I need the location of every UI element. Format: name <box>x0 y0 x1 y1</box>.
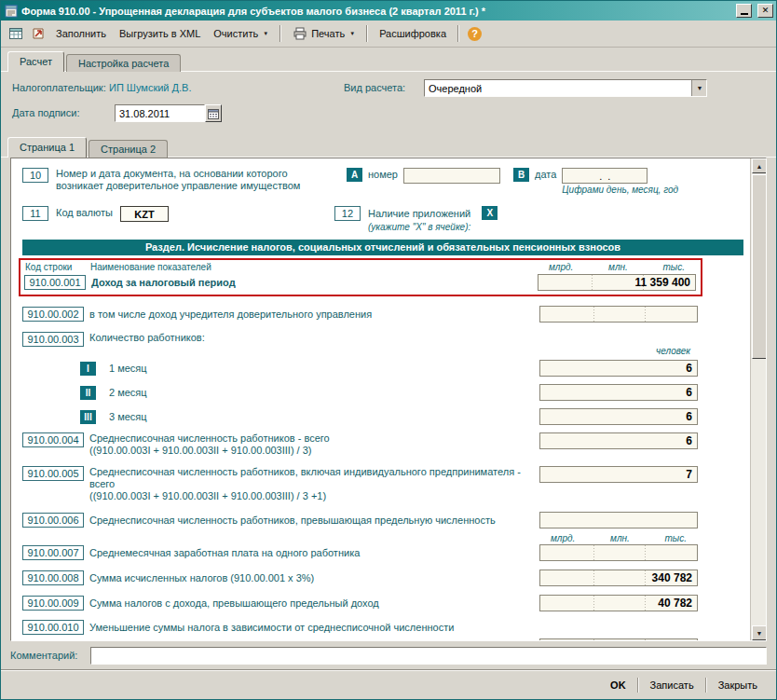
taxpayer-value[interactable]: ИП Шумский Д.В. <box>109 82 191 93</box>
minimize-button[interactable] <box>736 4 752 18</box>
refresh-button[interactable] <box>28 23 48 44</box>
currency-value-field[interactable]: KZT <box>120 206 169 222</box>
attachments-label: Наличие приложений <box>368 208 470 219</box>
app-window: Форма 910.00 - Упрощенная декларация для… <box>0 0 777 700</box>
column-header-row: Код строки Наименование показателей млрд… <box>24 262 698 274</box>
row-value-input[interactable] <box>539 638 698 640</box>
row-code: 910.00.003 <box>22 332 84 347</box>
decrypt-button[interactable]: Расшифровка <box>374 24 452 43</box>
clear-button-label: Очистить <box>213 28 258 39</box>
form-row-910-00-009: 910.00.009 Сумма налогов с дохода, превы… <box>22 595 750 611</box>
fill-button[interactable]: Заполнить <box>50 24 112 43</box>
close-button[interactable]: ✕ <box>757 4 773 18</box>
printer-icon <box>293 26 307 41</box>
scroll-up-button[interactable]: ▲ <box>752 158 767 173</box>
number-label: номер <box>368 169 398 180</box>
comment-label: Комментарий: <box>10 650 90 661</box>
form-row-910-00-010: 910.00.010 Уменьшение суммы налога в зав… <box>22 620 750 635</box>
month3-value-input[interactable] <box>539 408 698 425</box>
row-code: 910.00.002 <box>22 307 84 322</box>
window-icon <box>5 5 18 18</box>
ok-button[interactable]: OK <box>601 677 635 693</box>
income-value-input[interactable] <box>538 274 696 291</box>
row-value-input[interactable] <box>539 570 698 586</box>
fill-button-label: Заполнить <box>56 28 106 39</box>
toolbar: Заполнить Выгрузить в XML Очистить▼ Печа… <box>1 21 776 48</box>
tab-page1[interactable]: Страница 1 <box>7 137 87 158</box>
roman-iii-chip: III <box>80 410 96 424</box>
save-button[interactable]: Записать <box>641 677 703 693</box>
help-icon: ? <box>468 27 482 41</box>
form-row-910-00-007: 910.00.007 Среднемесячная заработная пла… <box>22 544 750 561</box>
print-button[interactable]: Печать▼ <box>287 22 361 45</box>
tab-settings[interactable]: Настройка расчета <box>66 54 181 72</box>
refresh-icon <box>31 26 46 41</box>
scroll-down-button[interactable]: ▼ <box>752 625 767 640</box>
row-label: Среднесписочная численность работников, … <box>89 515 496 526</box>
unit-bn: млрд. <box>551 533 575 543</box>
doc-number-input[interactable] <box>403 168 500 184</box>
toolbar-separator <box>279 25 281 42</box>
row-code: 910.00.009 <box>22 596 84 611</box>
roman-i-chip: I <box>80 362 96 376</box>
sign-date-input[interactable] <box>115 104 205 122</box>
clear-button[interactable]: Очистить▼ <box>208 24 274 43</box>
month2-value-input[interactable] <box>539 384 698 401</box>
form-row-month2: II 2 месяц <box>22 384 750 401</box>
row-code: 11 <box>22 206 48 221</box>
calendar-button[interactable] <box>205 104 222 122</box>
form-row-month1: I 1 месяц <box>22 360 750 377</box>
chevron-down-icon: ▼ <box>349 31 355 36</box>
arrow-up-icon: ▲ <box>757 163 763 170</box>
minimize-icon <box>741 13 748 15</box>
scrollbar-thumb[interactable] <box>752 174 767 359</box>
row-label: в том числе доход учредителя доверительн… <box>89 309 372 320</box>
section-header: Раздел. Исчисление налогов, социальных о… <box>22 240 743 255</box>
unit-mn: млн. <box>610 533 630 543</box>
tab-page2[interactable]: Страница 2 <box>89 140 168 158</box>
vertical-scrollbar[interactable]: ▲ ▼ <box>750 158 766 640</box>
unit-bn: млрд. <box>549 262 573 272</box>
attachments-x-field[interactable]: X <box>482 206 498 220</box>
form-row-910-00-003: 910.00.003 Количество работников: челове… <box>22 332 750 356</box>
row-value-input[interactable] <box>539 595 698 611</box>
doc-date-group: Цифрами день, месяц, год <box>562 168 678 195</box>
comment-input[interactable] <box>90 647 767 665</box>
calc-type-dropdown-button[interactable]: ▼ <box>691 80 706 96</box>
attachments-group: Наличие приложений X (укажите "X" в ячей… <box>368 206 498 232</box>
row-code: 910.00.004 <box>22 432 84 447</box>
toolbar-separator <box>457 25 459 42</box>
titlebar[interactable]: Форма 910.00 - Упрощенная декларация для… <box>1 1 776 21</box>
workers-unit-label: человек <box>656 346 690 356</box>
row-code: 12 <box>334 206 361 221</box>
print-button-label: Печать <box>311 28 345 39</box>
bottom-bar: OK Записать Закрыть <box>1 669 776 699</box>
export-xml-button[interactable]: Выгрузить в XML <box>114 24 206 43</box>
chip-b: B <box>513 168 529 182</box>
row-value-input[interactable] <box>539 512 698 528</box>
form-row-month3: III 3 месяц <box>22 408 750 425</box>
month1-value-input[interactable] <box>539 360 698 377</box>
col-code-header: Код строки <box>25 262 90 272</box>
doc-date-input[interactable] <box>562 168 648 184</box>
tab-calc[interactable]: Расчет <box>7 51 64 72</box>
unit-th: тыс. <box>663 262 685 272</box>
row-value-input[interactable] <box>539 544 698 561</box>
row-formula: ((910.00.003I + 910.00.003II + 910.00.00… <box>89 490 539 502</box>
help-button[interactable]: ? <box>465 24 484 44</box>
col-name-header: Наименование показателей <box>90 262 211 272</box>
row-value-input[interactable] <box>539 306 698 323</box>
form-content: 10 Номер и дата документа, на основании … <box>11 158 750 640</box>
row-value-input[interactable] <box>539 466 698 483</box>
report-grid-button[interactable] <box>6 23 26 44</box>
row-code: 910.00.005 <box>22 466 84 481</box>
row-value-input[interactable] <box>539 432 698 449</box>
export-xml-label: Выгрузить в XML <box>119 28 200 39</box>
close-button-bottom[interactable]: Закрыть <box>709 677 767 693</box>
window-title: Форма 910.00 - Упрощенная декларация для… <box>21 6 730 17</box>
calc-type-select[interactable]: Очередной ▼ <box>424 79 707 97</box>
page-tabstrip: Страница 1 Страница 2 <box>1 133 776 158</box>
form-row-910-00-005: 910.00.005 Среднесписочная численность р… <box>22 466 750 502</box>
roman-ii-chip: II <box>80 386 96 400</box>
attachments-caption: (укажите "X" в ячейке): <box>368 222 498 232</box>
